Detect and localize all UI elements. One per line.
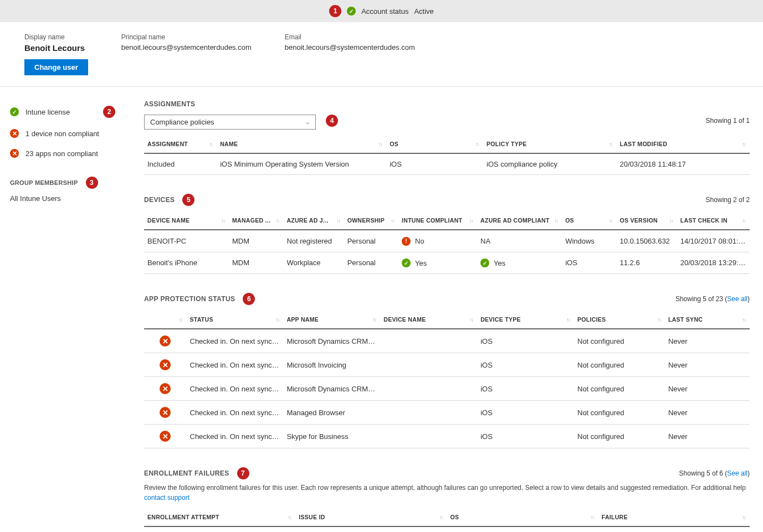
see-all-link[interactable]: See all — [727, 295, 747, 303]
column-header[interactable]: LAST SYNC↑↓ — [665, 311, 750, 329]
display-name-label: Display name — [24, 33, 88, 41]
change-user-button[interactable]: Change user — [24, 59, 88, 75]
sort-icon: ↑↓ — [391, 218, 394, 224]
table-cell — [380, 353, 477, 377]
column-header[interactable]: OS↑↓ — [386, 135, 483, 153]
table-row[interactable]: ✕Checked in. On next sync, th...Microsof… — [144, 353, 750, 377]
table-row[interactable]: 19/03/2018 10:49:198b33af04-8fa0-467f-87… — [144, 526, 750, 532]
column-header[interactable]: MANAGED ...↑↓ — [229, 211, 283, 230]
table-cell: 19/03/2018 10:49:19 — [144, 526, 295, 532]
sort-icon: ↑↓ — [372, 317, 376, 323]
email-label: Email — [285, 33, 415, 41]
column-header[interactable]: ↑↓ — [144, 311, 187, 329]
assignments-filter-dropdown[interactable]: Compliance policies ⌵ — [144, 115, 316, 130]
table-cell: Personal — [344, 252, 398, 274]
column-header[interactable]: OS VERSION↑↓ — [616, 211, 677, 230]
see-all-link[interactable]: See all — [727, 469, 747, 477]
table-row[interactable]: BENOIT-PCMDMNot registeredPersonal! No N… — [144, 230, 750, 252]
table-row[interactable]: IncludediOS Minimum Operating System Ver… — [144, 153, 750, 175]
table-row[interactable]: ✕Checked in. On next sync, th...Managed … — [144, 401, 750, 425]
table-cell: iOS — [447, 526, 598, 532]
column-header[interactable]: ISSUE ID↑↓ — [295, 508, 447, 526]
table-cell: ✓ Yes — [398, 252, 477, 274]
column-header[interactable]: APP NAME↑↓ — [283, 311, 380, 329]
sort-icon: ↑↓ — [591, 514, 594, 520]
column-header[interactable]: STATUS↑↓ — [187, 311, 284, 329]
error-icon: ✕ — [160, 431, 171, 442]
app-protection-panel: APP PROTECTION STATUS 6 Showing 5 of 23 … — [144, 293, 750, 448]
table-cell: MDM — [229, 230, 283, 252]
sort-icon: ↑↓ — [742, 141, 745, 147]
table-cell: ✓ Yes — [477, 252, 562, 274]
sort-icon: ↑↓ — [275, 317, 279, 323]
table-cell: ✕ — [144, 329, 187, 353]
table-cell — [380, 401, 477, 425]
table-row[interactable]: ✕Checked in. On next sync, th...Skype fo… — [144, 425, 750, 448]
group-membership-item[interactable]: All Intune Users — [10, 189, 117, 203]
sort-icon: ↑↓ — [336, 218, 340, 224]
table-cell: Checked in. On next sync, th... — [187, 329, 284, 353]
principal-name-label: Principal name — [121, 33, 252, 41]
column-header[interactable]: POLICY TYPE↑↓ — [483, 135, 616, 153]
column-header[interactable]: DEVICE TYPE↑↓ — [477, 311, 574, 329]
table-row[interactable]: Benoit's iPhoneMDMWorkplacePersonal✓ Yes… — [144, 252, 750, 274]
contact-support-link[interactable]: contact support — [144, 494, 190, 502]
column-header[interactable]: DEVICE NAME↑↓ — [380, 311, 477, 329]
column-header[interactable]: INTUNE COMPLIANT↑↓ — [398, 211, 477, 230]
sort-icon: ↑↓ — [469, 317, 473, 323]
column-header[interactable]: ENROLLMENT ATTEMPT↑↓ — [144, 508, 295, 526]
table-cell: Microsoft Invoicing — [283, 353, 380, 377]
column-header[interactable]: NAME↑↓ — [217, 135, 386, 153]
table-row[interactable]: ✕Checked in. On next sync, th...Microsof… — [144, 329, 750, 353]
column-header[interactable]: POLICIES↑↓ — [574, 311, 665, 329]
column-header[interactable]: ASSIGNMENT↑↓ — [144, 135, 217, 153]
table-cell: ! No — [398, 230, 477, 252]
column-header[interactable]: AZURE AD COMPLIANT↑↓ — [477, 211, 562, 230]
enrollment-showing: Showing 5 of 6 (See all) — [679, 469, 750, 477]
column-header[interactable]: OS↑↓ — [447, 508, 598, 526]
error-icon: ✕ — [160, 383, 171, 394]
status-text: Intune license — [25, 108, 70, 116]
column-header[interactable]: LAST MODIFIED↑↓ — [617, 135, 750, 153]
assignments-title: ASSIGNMENTS — [144, 100, 195, 108]
dropdown-value: Compliance policies — [150, 118, 214, 126]
sort-icon: ↑↓ — [554, 218, 557, 224]
annotation-marker-5: 5 — [182, 194, 194, 206]
table-cell: ✕ — [144, 401, 187, 425]
table-cell: ✕ — [144, 377, 187, 401]
annotation-marker-7: 7 — [237, 467, 249, 479]
column-header[interactable]: AZURE AD J...↑↓ — [283, 211, 344, 230]
sort-icon: ↑↓ — [669, 218, 673, 224]
table-cell: ✕ — [144, 353, 187, 377]
annotation-marker-3: 3 — [86, 177, 98, 189]
table-cell: 11.2.6 — [616, 252, 677, 274]
table-cell: 14/10/2017 08:01:26 — [677, 230, 750, 252]
table-cell: iOS — [477, 425, 574, 448]
devices-showing: Showing 2 of 2 — [706, 196, 750, 204]
table-cell: Not configured — [574, 353, 665, 377]
status-text: 1 device non compliant — [25, 130, 99, 138]
status-intune-license[interactable]: ✓ Intune license 2 — [10, 100, 117, 123]
column-header[interactable]: OWNERSHIP↑↓ — [344, 211, 398, 230]
table-cell: Personal — [344, 230, 398, 252]
column-header[interactable]: OS↑↓ — [562, 211, 616, 230]
table-cell: Never — [665, 425, 750, 448]
devices-panel: DEVICES 5 Showing 2 of 2 DEVICE NAME↑↓MA… — [144, 194, 750, 274]
left-sidebar: ✓ Intune license 2 ✕ 1 device non compli… — [0, 87, 127, 532]
table-cell: Benoit's iPhone — [144, 252, 229, 274]
table-cell: iOS — [386, 153, 483, 175]
column-header[interactable]: DEVICE NAME↑↓ — [144, 211, 229, 230]
table-row[interactable]: ✕Checked in. On next sync, th...Microsof… — [144, 377, 750, 401]
column-header[interactable]: FAILURE↑↓ — [598, 508, 750, 526]
check-icon: ✓ — [10, 107, 19, 116]
table-cell: Never — [665, 329, 750, 353]
status-apps-noncompliant[interactable]: ✕ 23 apps non compliant — [10, 143, 117, 163]
user-header: Display name Benoit Lecours Change user … — [0, 22, 763, 87]
column-header[interactable]: LAST CHECK IN↑↓ — [677, 211, 750, 230]
enrollment-description: Review the following enrollment failures… — [144, 483, 750, 503]
sort-icon: ↑↓ — [378, 141, 382, 147]
table-cell: Workplace — [283, 252, 344, 274]
sort-icon: ↑↓ — [209, 141, 212, 147]
status-device-noncompliant[interactable]: ✕ 1 device non compliant — [10, 123, 117, 143]
sort-icon: ↑↓ — [439, 514, 443, 520]
